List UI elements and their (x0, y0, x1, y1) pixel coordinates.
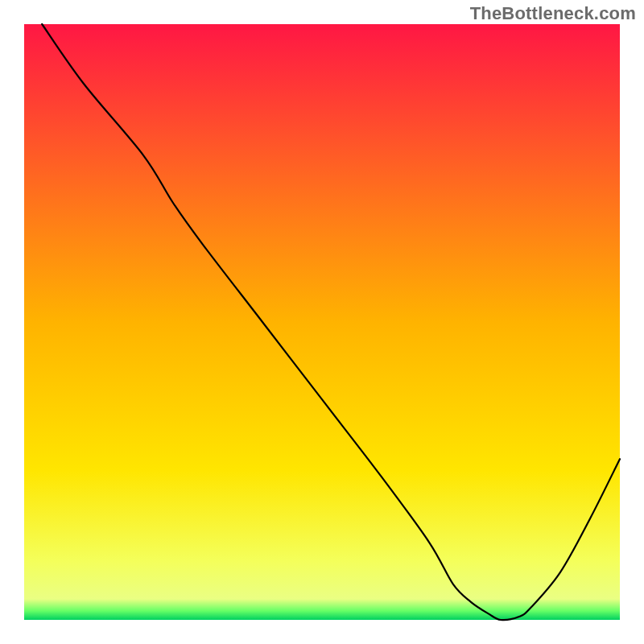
bottleneck-chart (0, 0, 644, 644)
gradient-background (24, 24, 620, 620)
chart-container: TheBottleneck.com (0, 0, 644, 644)
watermark-text: TheBottleneck.com (470, 3, 636, 24)
